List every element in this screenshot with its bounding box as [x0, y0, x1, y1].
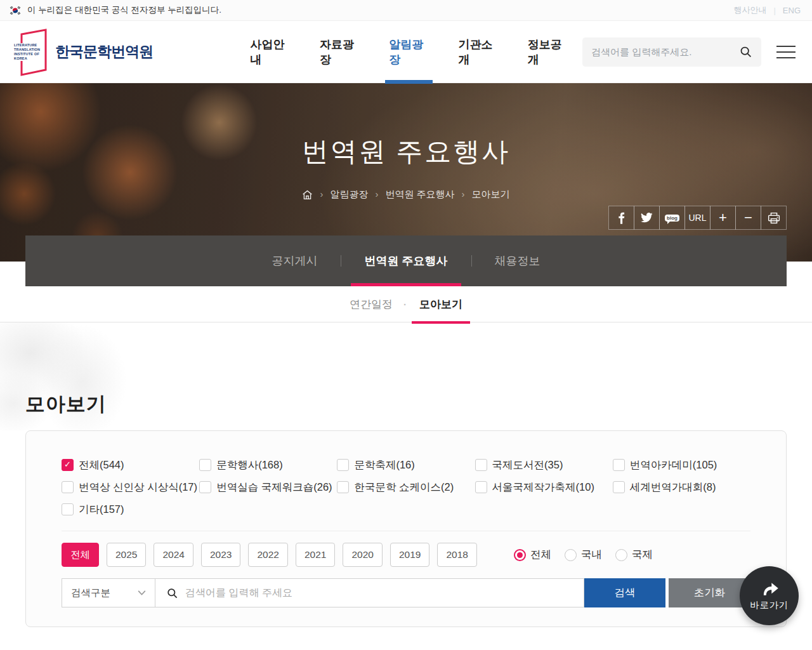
scope-radio[interactable]: 국내 — [565, 548, 602, 562]
breadcrumb-item[interactable]: 번역원 주요행사 — [375, 189, 454, 201]
url-copy-button[interactable]: URL — [684, 206, 710, 230]
section-tab[interactable]: 번역원 주요행사 — [341, 235, 471, 286]
search-category-value: 검색구분 — [71, 587, 110, 600]
sub-tab[interactable]: 연간일정 — [336, 286, 406, 322]
utility-link[interactable]: 행사안내 — [733, 4, 766, 16]
category-checkbox[interactable]: 세계번역가대회(8) — [613, 479, 750, 496]
sub-tab[interactable]: 모아보기 — [406, 286, 476, 322]
year-button[interactable]: 2023 — [201, 543, 240, 567]
year-button[interactable]: 2019 — [390, 543, 429, 567]
category-checkbox[interactable]: 기타(157) — [62, 501, 199, 518]
site-header: LITERATURE TRANSLATION INSTITUTE OF KORE… — [0, 21, 812, 83]
category-checkbox[interactable]: 한국문학 쇼케이스(2) — [337, 479, 475, 496]
radio-icon[interactable] — [615, 549, 627, 561]
scope-label: 전체 — [530, 548, 551, 562]
checkbox-icon[interactable] — [62, 481, 74, 493]
checkbox-icon[interactable] — [475, 459, 487, 471]
category-label: 한국문학 쇼케이스(2) — [354, 481, 454, 494]
year-button[interactable]: 전체 — [62, 543, 99, 567]
logo-title: 한국문학번역원 — [55, 42, 153, 62]
header-search-input[interactable] — [591, 46, 731, 57]
category-label: 번역실습 국제워크숍(26) — [216, 481, 332, 494]
radio-icon[interactable] — [565, 549, 577, 561]
category-label: 세계번역가대회(8) — [630, 481, 716, 494]
nav-item[interactable]: 자료광장 — [305, 21, 374, 83]
site-logo[interactable]: LITERATURE TRANSLATION INSTITUTE OF KORE… — [15, 28, 209, 76]
year-button[interactable]: 2022 — [248, 543, 287, 567]
section-tab[interactable]: 채용정보 — [471, 235, 564, 286]
category-checkbox[interactable]: 번역아카데미(105) — [613, 456, 750, 474]
main-content: 모아보기 전체(544) 문학행사(168) 문학축제(16) — [0, 322, 812, 627]
checkbox-icon[interactable] — [613, 481, 625, 493]
breadcrumb-item[interactable]: 모아보기 — [462, 189, 510, 201]
category-label: 기타(157) — [79, 503, 124, 517]
utility-link[interactable]: ENG — [766, 6, 801, 15]
reset-button[interactable]: 초기화 — [669, 578, 750, 607]
print-icon[interactable] — [761, 206, 787, 230]
year-buttons: 전체20252024202320222021202020192018 — [62, 543, 477, 567]
scope-radio[interactable]: 국제 — [615, 548, 653, 562]
share-toolbar: blog URL + − — [609, 206, 787, 230]
zoom-in-button[interactable]: + — [710, 206, 736, 230]
category-label: 국제도서전(35) — [492, 458, 563, 472]
scope-label: 국내 — [581, 548, 602, 562]
nav-item[interactable]: 사업안내 — [236, 21, 305, 83]
checkbox-icon[interactable] — [475, 481, 487, 493]
radio-icon[interactable] — [514, 549, 526, 561]
category-checkbox[interactable]: 서울국제작가축제(10) — [475, 479, 613, 496]
checkbox-icon[interactable] — [337, 459, 349, 471]
breadcrumb-item[interactable]: 알림광장 — [320, 189, 368, 201]
checkbox-icon[interactable] — [613, 459, 625, 471]
breadcrumb: 알림광장번역원 주요행사모아보기 — [0, 189, 812, 201]
checkbox-icon[interactable] — [62, 503, 74, 515]
category-label: 문학행사(168) — [216, 458, 283, 472]
category-checkbox[interactable]: 번역상 신인상 시상식(17) — [62, 479, 199, 496]
category-checkbox[interactable]: 번역실습 국제워크숍(26) — [199, 479, 337, 496]
facebook-icon[interactable] — [608, 206, 634, 230]
year-button[interactable]: 2025 — [107, 543, 146, 567]
twitter-icon[interactable] — [634, 206, 660, 230]
scope-radio[interactable]: 전체 — [514, 548, 551, 562]
checkbox-icon[interactable] — [337, 481, 349, 493]
home-icon[interactable] — [302, 190, 313, 200]
section-tab[interactable]: 공지게시 — [248, 235, 341, 286]
blog-icon[interactable]: blog — [659, 206, 685, 230]
logo-mark-icon: LITERATURE TRANSLATION INSTITUTE OF KORE… — [15, 28, 48, 76]
category-label: 번역아카데미(105) — [630, 458, 717, 472]
search-submit-button[interactable]: 검색 — [584, 578, 665, 607]
nav-item[interactable]: 알림광장 — [374, 21, 443, 83]
year-button[interactable]: 2020 — [343, 543, 382, 567]
category-label: 전체(544) — [79, 458, 124, 472]
keyword-search-input[interactable] — [185, 587, 573, 599]
header-search[interactable] — [582, 37, 761, 67]
logo-subtitle: LITERATURE TRANSLATION INSTITUTE OF KORE… — [14, 43, 43, 62]
nav-item[interactable]: 기관소개 — [443, 21, 513, 83]
year-button[interactable]: 2018 — [437, 543, 476, 567]
checkbox-icon[interactable] — [199, 459, 211, 471]
menu-hamburger-icon[interactable] — [776, 41, 796, 63]
year-filter-section: 전체20252024202320222021202020192018 전체 국내 — [62, 531, 750, 567]
zoom-out-button[interactable]: − — [735, 206, 761, 230]
quick-link-floating-button[interactable]: 바로가기 — [740, 566, 799, 625]
chevron-down-icon — [138, 590, 146, 595]
year-button[interactable]: 2021 — [296, 543, 335, 567]
search-input-wrap[interactable] — [155, 578, 584, 607]
page-banner-title: 번역원 주요행사 — [0, 83, 812, 169]
category-filter-grid: 전체(544) 문학행사(168) 문학축제(16) 국제도서전(35) — [62, 456, 750, 518]
checkbox-icon[interactable] — [62, 459, 74, 471]
category-checkbox[interactable]: 국제도서전(35) — [475, 456, 613, 474]
scope-label: 국제 — [632, 548, 653, 562]
search-category-select[interactable]: 검색구분 — [62, 578, 155, 607]
year-button[interactable]: 2024 — [154, 543, 193, 567]
scope-radio-group: 전체 국내 국제 — [514, 548, 653, 562]
korea-flag-icon — [9, 6, 22, 15]
category-checkbox[interactable]: 문학행사(168) — [199, 456, 337, 474]
category-checkbox[interactable]: 문학축제(16) — [337, 456, 475, 474]
category-checkbox[interactable]: 전체(544) — [62, 456, 199, 474]
search-icon[interactable] — [739, 45, 752, 58]
page-title: 모아보기 — [25, 322, 787, 418]
category-label: 서울국제작가축제(10) — [492, 481, 594, 494]
nav-item[interactable]: 정보공개 — [513, 21, 582, 83]
checkbox-icon[interactable] — [199, 481, 211, 493]
search-icon — [166, 587, 178, 599]
